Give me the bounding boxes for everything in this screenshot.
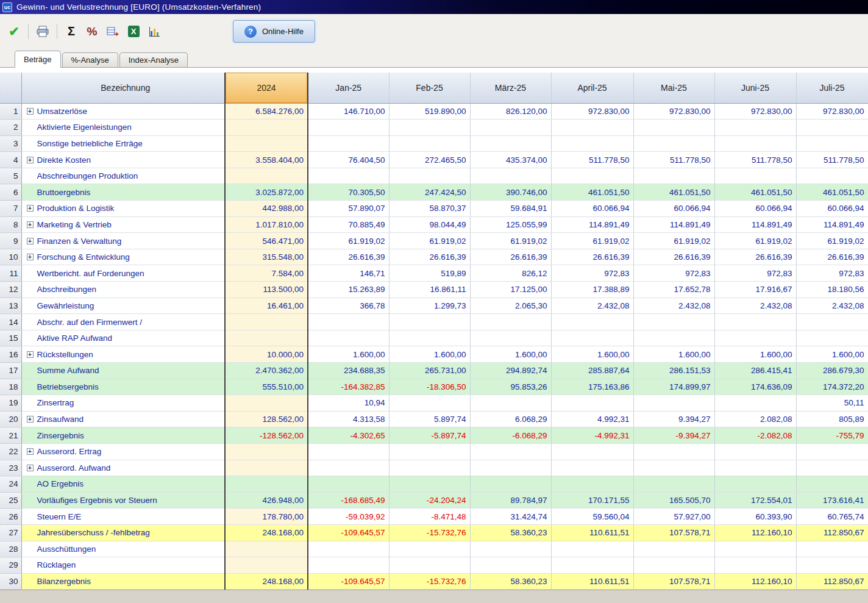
value-cell[interactable]: 435.374,00 xyxy=(470,152,551,168)
value-cell[interactable]: 546.471,00 xyxy=(225,233,308,249)
tab-index-analyse[interactable]: Index-Analyse xyxy=(119,52,188,67)
value-cell[interactable] xyxy=(796,330,868,346)
value-cell[interactable]: 128.562,00 xyxy=(225,411,308,427)
value-cell[interactable]: 461.051,50 xyxy=(714,184,796,201)
row-number[interactable]: 28 xyxy=(0,541,21,557)
value-cell[interactable]: 70.305,50 xyxy=(308,184,389,201)
value-cell[interactable]: 98.044,49 xyxy=(389,216,470,233)
expand-icon[interactable]: + xyxy=(27,221,34,228)
value-cell[interactable]: 61.919,02 xyxy=(389,233,470,249)
value-cell[interactable] xyxy=(633,476,714,493)
column-header-feb-25[interactable]: Feb-25 xyxy=(389,73,470,103)
value-cell[interactable] xyxy=(551,314,633,330)
value-cell[interactable]: 60.066,94 xyxy=(714,201,796,217)
value-cell[interactable]: 57.890,07 xyxy=(308,201,389,217)
value-cell[interactable]: 174.899,97 xyxy=(633,379,714,395)
row-number[interactable]: 9 xyxy=(0,233,21,249)
value-cell[interactable] xyxy=(714,314,796,330)
value-cell[interactable] xyxy=(308,443,389,460)
value-cell[interactable]: 2.065,30 xyxy=(470,298,551,314)
value-cell[interactable] xyxy=(308,460,389,476)
value-cell[interactable]: 114.891,49 xyxy=(551,216,633,233)
value-cell[interactable] xyxy=(796,557,868,574)
row-number[interactable]: 12 xyxy=(0,282,21,298)
row-number[interactable]: 18 xyxy=(0,379,21,395)
row-number[interactable]: 29 xyxy=(0,557,21,574)
value-cell[interactable]: 2.432,08 xyxy=(796,298,868,314)
row-label-cell[interactable]: Aktive RAP Aufwand xyxy=(21,330,225,346)
value-cell[interactable]: 2.432,08 xyxy=(633,298,714,314)
value-cell[interactable]: 17.652,78 xyxy=(633,282,714,298)
value-cell[interactable] xyxy=(225,314,308,330)
value-cell[interactable]: 172.554,01 xyxy=(714,492,796,508)
value-cell[interactable] xyxy=(633,168,714,184)
value-cell[interactable] xyxy=(470,135,551,152)
value-cell[interactable] xyxy=(551,541,633,557)
expand-icon[interactable]: + xyxy=(27,416,34,423)
value-cell[interactable] xyxy=(551,330,633,346)
value-cell[interactable] xyxy=(551,557,633,574)
value-cell[interactable]: 112.160,10 xyxy=(714,524,796,541)
value-cell[interactable]: -4.302,65 xyxy=(308,427,389,444)
value-cell[interactable] xyxy=(633,314,714,330)
value-cell[interactable] xyxy=(633,135,714,152)
value-cell[interactable]: 805,89 xyxy=(796,411,868,427)
value-cell[interactable]: 112.160,10 xyxy=(714,573,796,590)
value-cell[interactable]: 1.600,00 xyxy=(796,346,868,363)
value-cell[interactable]: 9.394,27 xyxy=(633,411,714,427)
value-cell[interactable]: 95.853,26 xyxy=(470,379,551,395)
row-label-cell[interactable]: Betriebsergebnis xyxy=(21,379,225,395)
value-cell[interactable] xyxy=(389,395,470,412)
value-cell[interactable]: 1.600,00 xyxy=(551,346,633,363)
value-cell[interactable]: 76.404,50 xyxy=(308,152,389,168)
column-header-2024[interactable]: 2024 xyxy=(225,73,308,103)
value-cell[interactable]: 60.066,94 xyxy=(796,201,868,217)
row-number[interactable]: 7 xyxy=(0,201,21,217)
value-cell[interactable]: 6.068,29 xyxy=(470,411,551,427)
value-cell[interactable]: 59.684,91 xyxy=(470,201,551,217)
row-label-cell[interactable]: Zinsergebnis xyxy=(21,427,225,444)
row-label-cell[interactable]: +Umsatzerlöse xyxy=(21,103,225,120)
value-cell[interactable]: 6.584.276,00 xyxy=(225,103,308,120)
value-cell[interactable] xyxy=(470,541,551,557)
value-cell[interactable] xyxy=(470,330,551,346)
value-cell[interactable] xyxy=(470,168,551,184)
value-cell[interactable]: 61.919,02 xyxy=(714,233,796,249)
column-header-jan-25[interactable]: Jan-25 xyxy=(308,73,389,103)
column-header-bezeichnung[interactable]: Bezeichnung xyxy=(21,73,225,103)
value-cell[interactable]: -6.068,29 xyxy=(470,427,551,444)
expand-icon[interactable]: + xyxy=(27,448,34,455)
row-label-cell[interactable]: Zinsertrag xyxy=(21,395,225,412)
value-cell[interactable]: 442.988,00 xyxy=(225,201,308,217)
value-cell[interactable]: 174.372,20 xyxy=(796,379,868,395)
value-cell[interactable]: 60.765,74 xyxy=(796,508,868,525)
row-number[interactable]: 10 xyxy=(0,249,21,265)
value-cell[interactable]: 5.897,74 xyxy=(389,411,470,427)
excel-export-button[interactable]: X xyxy=(124,23,143,41)
value-cell[interactable]: 18.180,56 xyxy=(796,282,868,298)
value-cell[interactable] xyxy=(714,330,796,346)
value-cell[interactable]: 426.948,00 xyxy=(225,492,308,508)
value-cell[interactable]: 461.051,50 xyxy=(796,184,868,201)
row-label-cell[interactable]: +Zinsaufwand xyxy=(21,411,225,427)
value-cell[interactable]: 972.830,00 xyxy=(633,103,714,120)
value-cell[interactable]: 58.870,37 xyxy=(389,201,470,217)
value-cell[interactable] xyxy=(389,314,470,330)
tab-prozent-analyse[interactable]: %-Analyse xyxy=(62,52,118,67)
expand-icon[interactable]: + xyxy=(27,465,34,471)
value-cell[interactable] xyxy=(551,443,633,460)
row-label-cell[interactable]: Ausschüttungen xyxy=(21,541,225,557)
row-number[interactable]: 4 xyxy=(0,152,21,168)
row-label-cell[interactable]: +Forschung & Entwicklung xyxy=(21,249,225,265)
value-cell[interactable]: 26.616,39 xyxy=(796,249,868,265)
row-number[interactable]: 20 xyxy=(0,411,21,427)
value-cell[interactable] xyxy=(796,168,868,184)
value-cell[interactable]: 2.082,08 xyxy=(714,411,796,427)
row-label-cell[interactable]: +Ausserord. Aufwand xyxy=(21,460,225,476)
value-cell[interactable]: 60.393,90 xyxy=(714,508,796,525)
value-cell[interactable]: -109.645,57 xyxy=(308,524,389,541)
value-cell[interactable] xyxy=(796,460,868,476)
value-cell[interactable] xyxy=(714,557,796,574)
value-cell[interactable] xyxy=(225,330,308,346)
value-cell[interactable] xyxy=(389,476,470,493)
